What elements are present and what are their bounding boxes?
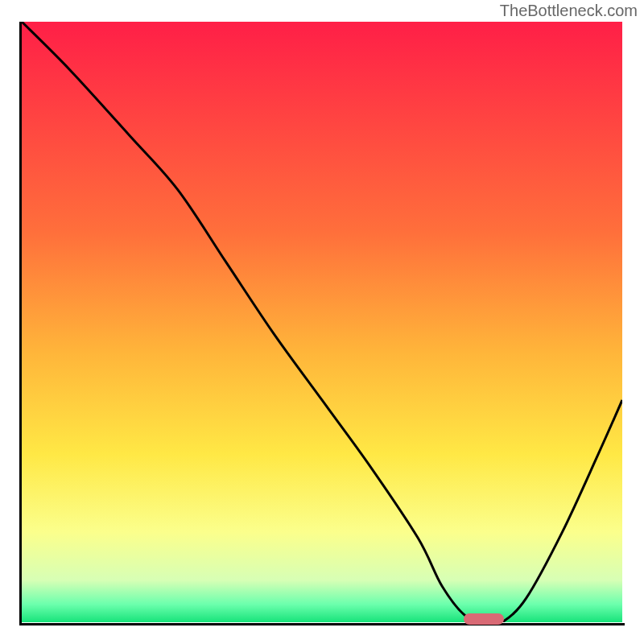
x-axis-line <box>19 623 625 625</box>
optimal-range-marker <box>464 613 504 625</box>
curve-line <box>22 22 622 622</box>
bottleneck-curve <box>22 22 622 622</box>
watermark-text: TheBottleneck.com <box>500 2 638 20</box>
plot-area <box>22 22 622 622</box>
chart-container: TheBottleneck.com <box>0 0 644 644</box>
